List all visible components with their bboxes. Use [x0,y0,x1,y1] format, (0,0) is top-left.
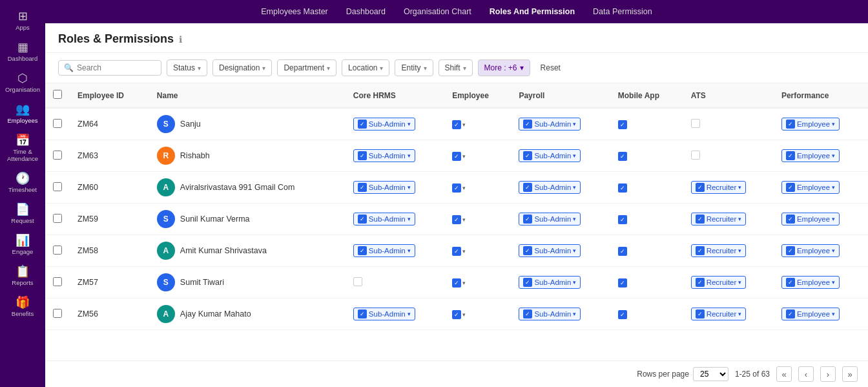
core-hrms-role-2[interactable]: ✓ Sub-Admin ▾ [353,181,415,194]
ats-cell-2[interactable]: ✓ Recruiter ▾ [683,172,774,204]
sidebar-item-timesheet[interactable]: 🕐 Timesheet [0,167,45,198]
ats-cell-3[interactable]: ✓ Recruiter ▾ [683,204,774,235]
payroll-role-0[interactable]: ✓ Sub-Admin ▾ [519,118,581,131]
ats-cell-6[interactable]: ✓ Recruiter ▾ [683,298,774,330]
rows-per-page-select[interactable]: 25 50 100 [693,367,728,381]
sidebar-item-reports[interactable]: 📋 Reports [0,260,45,291]
department-filter[interactable]: Department ▾ [277,59,336,76]
mobile-cell-2[interactable]: ✓ [610,172,683,204]
payroll-role-4[interactable]: ✓ Sub-Admin ▾ [519,244,581,257]
sidebar-item-apps[interactable]: ⊞ Apps [0,5,45,36]
perf-role-6[interactable]: ✓ Employee ▾ [781,308,840,320]
core-hrms-role-6[interactable]: ✓ Sub-Admin ▾ [353,308,415,320]
ats-cell-0[interactable] [683,108,774,140]
mobile-check-2[interactable]: ✓ [618,183,627,193]
employee-check-1[interactable]: ✓ ▾ [452,152,466,161]
employee-cell-5[interactable]: ✓ ▾ [444,267,511,298]
perf-role-5[interactable]: ✓ Employee ▾ [781,276,840,289]
perf-role-2[interactable]: ✓ Employee ▾ [781,181,840,194]
ats-role-3[interactable]: ✓ Recruiter ▾ [691,213,747,225]
ats-role-6[interactable]: ✓ Recruiter ▾ [691,308,747,320]
performance-cell-4[interactable]: ✓ Employee ▾ [774,235,868,267]
entity-filter[interactable]: Entity ▾ [395,59,433,76]
mobile-check-1[interactable]: ✓ [618,152,627,161]
ats-role-5[interactable]: ✓ Recruiter ▾ [691,276,747,289]
row-checkbox-3[interactable] [53,214,62,223]
payroll-cell-3[interactable]: ✓ Sub-Admin ▾ [511,204,610,235]
employee-check-4[interactable]: ✓ ▾ [452,247,466,256]
ats-cell-4[interactable]: ✓ Recruiter ▾ [683,235,774,267]
payroll-cell-1[interactable]: ✓ Sub-Admin ▾ [511,140,610,172]
nav-dashboard[interactable]: Dashboard [346,7,386,16]
employee-cell-4[interactable]: ✓ ▾ [444,235,511,267]
ats-role-4[interactable]: ✓ Recruiter ▾ [691,244,747,257]
last-page-button[interactable]: » [842,366,858,382]
first-page-button[interactable]: « [776,366,792,382]
row-checkbox-cell-0[interactable] [45,108,70,140]
employee-cell-3[interactable]: ✓ ▾ [444,204,511,235]
employee-cell-0[interactable]: ✓ ▾ [444,108,511,140]
row-checkbox-cell-4[interactable] [45,235,70,267]
core-hrms-empty-5[interactable] [353,277,362,286]
payroll-role-1[interactable]: ✓ Sub-Admin ▾ [519,149,581,162]
shift-filter[interactable]: Shift ▾ [439,59,473,76]
employee-check-6[interactable]: ✓ ▾ [452,310,466,319]
payroll-role-5[interactable]: ✓ Sub-Admin ▾ [519,276,581,289]
performance-cell-5[interactable]: ✓ Employee ▾ [774,267,868,298]
core-hrms-role-3[interactable]: ✓ Sub-Admin ▾ [353,213,415,225]
row-checkbox-cell-5[interactable] [45,267,70,298]
row-checkbox-6[interactable] [53,309,62,318]
payroll-cell-2[interactable]: ✓ Sub-Admin ▾ [511,172,610,204]
mobile-cell-1[interactable]: ✓ [610,140,683,172]
payroll-cell-6[interactable]: ✓ Sub-Admin ▾ [511,298,610,330]
reset-button[interactable]: Reset [535,60,566,76]
sidebar-item-dashboard[interactable]: ▦ Dashboard [0,36,45,67]
core-hrms-role-4[interactable]: ✓ Sub-Admin ▾ [353,244,415,257]
location-filter[interactable]: Location ▾ [342,59,389,76]
ats-cell-5[interactable]: ✓ Recruiter ▾ [683,267,774,298]
row-checkbox-cell-6[interactable] [45,298,70,330]
mobile-cell-4[interactable]: ✓ [610,235,683,267]
payroll-cell-4[interactable]: ✓ Sub-Admin ▾ [511,235,610,267]
performance-cell-2[interactable]: ✓ Employee ▾ [774,172,868,204]
sidebar-item-organisation[interactable]: ⬡ Organisation [0,67,45,98]
core-hrms-cell-4[interactable]: ✓ Sub-Admin ▾ [346,235,444,267]
employee-cell-2[interactable]: ✓ ▾ [444,172,511,204]
mobile-cell-3[interactable]: ✓ [610,204,683,235]
performance-cell-6[interactable]: ✓ Employee ▾ [774,298,868,330]
performance-cell-1[interactable]: ✓ Employee ▾ [774,140,868,172]
info-icon[interactable]: ℹ [179,34,182,45]
sidebar-item-time-attendance[interactable]: 📅 Time & Attendance [0,129,45,167]
employee-check-3[interactable]: ✓ ▾ [452,215,466,224]
employee-cell-6[interactable]: ✓ ▾ [444,298,511,330]
core-hrms-cell-2[interactable]: ✓ Sub-Admin ▾ [346,172,444,204]
ats-role-2[interactable]: ✓ Recruiter ▾ [691,181,747,194]
employee-check-2[interactable]: ✓ ▾ [452,183,466,193]
row-checkbox-0[interactable] [53,119,62,128]
payroll-role-6[interactable]: ✓ Sub-Admin ▾ [519,308,581,320]
next-page-button[interactable]: › [820,366,836,382]
mobile-check-4[interactable]: ✓ [618,247,627,256]
perf-role-3[interactable]: ✓ Employee ▾ [781,213,840,225]
mobile-cell-5[interactable]: ✓ [610,267,683,298]
search-box[interactable]: 🔍 [58,60,161,76]
row-checkbox-2[interactable] [53,182,62,191]
payroll-cell-0[interactable]: ✓ Sub-Admin ▾ [511,108,610,140]
core-hrms-cell-1[interactable]: ✓ Sub-Admin ▾ [346,140,444,172]
mobile-check-5[interactable]: ✓ [618,278,627,288]
ats-cell-1[interactable] [683,140,774,172]
core-hrms-cell-3[interactable]: ✓ Sub-Admin ▾ [346,204,444,235]
row-checkbox-1[interactable] [53,151,62,160]
core-hrms-cell-0[interactable]: ✓ Sub-Admin ▾ [346,108,444,140]
perf-role-4[interactable]: ✓ Employee ▾ [781,244,840,257]
perf-role-1[interactable]: ✓ Employee ▾ [781,149,840,162]
core-hrms-cell-5[interactable] [346,267,444,298]
mobile-cell-0[interactable]: ✓ [610,108,683,140]
more-filters-button[interactable]: More : +6 ▾ [478,59,530,76]
mobile-check-3[interactable]: ✓ [618,215,627,224]
sidebar-item-benefits[interactable]: 🎁 Benefits [0,291,45,322]
prev-page-button[interactable]: ‹ [798,366,814,382]
core-hrms-cell-6[interactable]: ✓ Sub-Admin ▾ [346,298,444,330]
select-all-checkbox[interactable] [53,90,62,99]
employee-check-0[interactable]: ✓ ▾ [452,120,466,129]
